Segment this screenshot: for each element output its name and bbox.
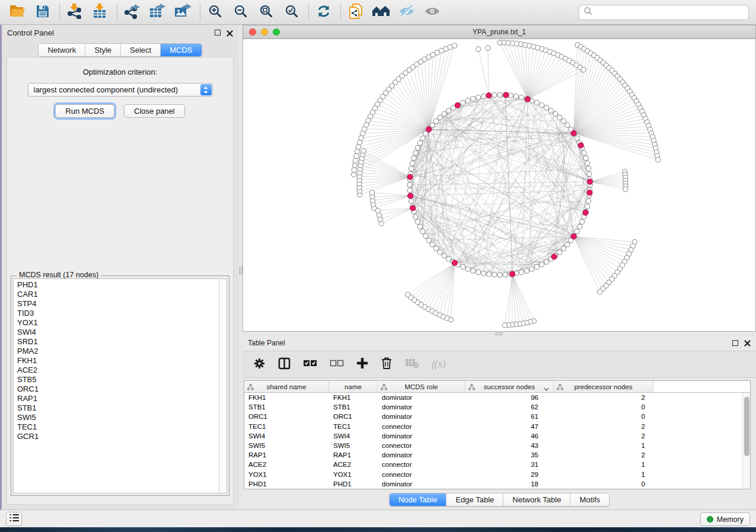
table-row[interactable]: TEC1TEC1connector472 — [244, 422, 742, 431]
column-header-shared-name[interactable]: shared name — [244, 381, 329, 392]
mcds-result-item[interactable]: PMA2 — [14, 347, 227, 356]
mcds-result-item[interactable]: GCR1 — [14, 432, 227, 441]
import-network-button[interactable] — [65, 3, 85, 22]
mcds-result-item[interactable]: ORC1 — [14, 384, 227, 394]
network-window-titlebar[interactable]: YPA_prune.txt_1 — [243, 25, 755, 39]
namespace-icon — [247, 384, 254, 392]
mcds-result-listbox[interactable]: PHD1CAR1STP4TID3YOX1SWI4SRD1PMA2FKH1ACE2… — [13, 278, 227, 493]
split-panel-button[interactable] — [278, 357, 291, 372]
table-row[interactable]: ACE2ACE2connector311 — [244, 460, 742, 469]
close-table-panel-icon[interactable] — [744, 340, 751, 347]
zoom-fit-button[interactable] — [256, 3, 276, 22]
network-canvas[interactable] — [243, 39, 755, 331]
mcds-result-item[interactable]: RAP1 — [14, 394, 227, 403]
mcds-result-item[interactable]: PHD1 — [14, 280, 227, 290]
add-column-button[interactable] — [356, 357, 368, 371]
table-cell: 2 — [554, 451, 653, 459]
tab-mcds[interactable]: MCDS — [161, 44, 201, 56]
select-all-rows-button[interactable] — [303, 358, 317, 370]
close-panel-icon[interactable] — [227, 30, 233, 36]
open-file-button[interactable] — [7, 3, 27, 22]
zoom-out-button[interactable] — [231, 3, 251, 22]
table-row[interactable]: YOX1YOX1connector291 — [244, 470, 742, 479]
table-tab-node-table[interactable]: Node Table — [390, 493, 447, 506]
column-header-successor-nodes[interactable]: successor nodes — [465, 381, 554, 392]
column-header-name[interactable]: name — [329, 381, 378, 392]
table-row[interactable]: STB1STB1dominator620 — [244, 402, 742, 412]
export-image-button[interactable] — [173, 3, 193, 22]
mcds-list-scrollbar[interactable] — [219, 279, 227, 493]
table-cell: ORC1 — [329, 413, 378, 420]
import-table-icon — [92, 4, 108, 21]
eye-icon — [424, 4, 441, 21]
horizontal-splitter-handle[interactable] — [495, 332, 503, 335]
export-network-button[interactable] — [122, 3, 142, 22]
refresh-layout-button[interactable] — [314, 3, 334, 22]
table-settings-button[interactable] — [253, 357, 266, 372]
vertical-splitter-handle[interactable] — [239, 267, 243, 274]
run-mcds-button[interactable]: Run MCDS — [55, 104, 114, 118]
tab-style[interactable]: Style — [85, 44, 121, 56]
mcds-result-item[interactable]: STB5 — [14, 375, 227, 384]
table-toolbar: f(x) — [243, 351, 756, 378]
delete-column-button[interactable] — [381, 357, 393, 372]
table-cell: 35 — [465, 451, 554, 459]
import-table-button[interactable] — [90, 3, 110, 22]
clone-network-button[interactable] — [346, 3, 366, 22]
table-row[interactable]: SWI4SWI4dominator462 — [244, 431, 742, 441]
table-tab-motifs[interactable]: Motifs — [570, 493, 609, 506]
mcds-result-item[interactable]: STB1 — [14, 403, 227, 413]
mcds-result-item[interactable]: TID3 — [14, 309, 227, 318]
table-row[interactable]: PHD1PHD1dominator180 — [244, 479, 742, 489]
mcds-result-item[interactable]: CAR1 — [14, 290, 227, 299]
table-tab-network-table[interactable]: Network Table — [503, 493, 570, 506]
table-row[interactable]: ORC1ORC1dominator610 — [244, 412, 742, 421]
criterion-dropdown[interactable]: largest connected component (undirected) — [28, 83, 213, 97]
column-header-predecessor-nodes[interactable]: predecessor nodes — [554, 381, 653, 392]
tab-network[interactable]: Network — [39, 44, 85, 56]
table-row[interactable]: RAP1RAP1dominator352 — [244, 450, 742, 460]
mcds-result-item[interactable]: FKH1 — [14, 356, 227, 366]
mcds-result-item[interactable]: SWI4 — [14, 328, 227, 337]
table-cell: 96 — [465, 394, 554, 401]
mcds-result-item[interactable]: TEC1 — [14, 422, 227, 432]
search-field[interactable] — [579, 5, 749, 20]
search-input[interactable] — [593, 8, 744, 17]
zoom-in-button[interactable] — [205, 3, 225, 22]
column-header-MCDS-role[interactable]: MCDS role — [378, 381, 465, 392]
checked-boxes-icon — [303, 358, 317, 370]
close-panel-button[interactable]: Close panel — [124, 104, 185, 118]
table-cell: 61 — [465, 413, 554, 420]
float-panel-icon[interactable] — [215, 30, 221, 36]
mcds-result-item[interactable]: SRD1 — [14, 337, 227, 347]
memory-button[interactable]: Memory — [700, 512, 750, 526]
control-panel-titlebar: Control Panel — [2, 25, 238, 40]
export-network-icon — [124, 4, 141, 21]
table-scrollbar[interactable] — [742, 393, 750, 489]
float-table-panel-icon[interactable] — [732, 340, 738, 346]
show-tasks-button[interactable] — [6, 512, 22, 526]
mcds-result-item[interactable]: STP4 — [14, 299, 227, 309]
table-cell: ACE2 — [244, 461, 329, 468]
table-cell: PHD1 — [329, 480, 378, 488]
table-row[interactable]: FKH1FKH1dominator962 — [244, 393, 742, 402]
hide-selected-button[interactable] — [397, 3, 417, 22]
zoom-selected-button[interactable] — [282, 3, 302, 22]
show-all-button[interactable] — [422, 3, 442, 22]
table-row[interactable]: SWI5SWI5connector431 — [244, 441, 742, 450]
tab-select[interactable]: Select — [121, 44, 161, 56]
vertical-splitter[interactable] — [238, 25, 243, 509]
application-window: Control Panel NetworkStyleSelectMCDS Opt… — [0, 0, 756, 532]
table-tab-edge-table[interactable]: Edge Table — [446, 493, 503, 506]
deselect-all-rows-button[interactable] — [330, 358, 344, 370]
export-table-button[interactable] — [148, 3, 168, 22]
zoom-in-icon — [208, 4, 222, 21]
control-panel-tabs: NetworkStyleSelectMCDS — [2, 43, 238, 57]
table-scrollbar-thumb[interactable] — [744, 397, 749, 456]
network-graph[interactable] — [243, 39, 755, 331]
mcds-result-item[interactable]: YOX1 — [14, 318, 227, 328]
home-networks-button[interactable] — [371, 3, 391, 22]
save-session-button[interactable] — [33, 3, 53, 22]
mcds-result-item[interactable]: SWI5 — [14, 413, 227, 422]
mcds-result-item[interactable]: ACE2 — [14, 366, 227, 375]
